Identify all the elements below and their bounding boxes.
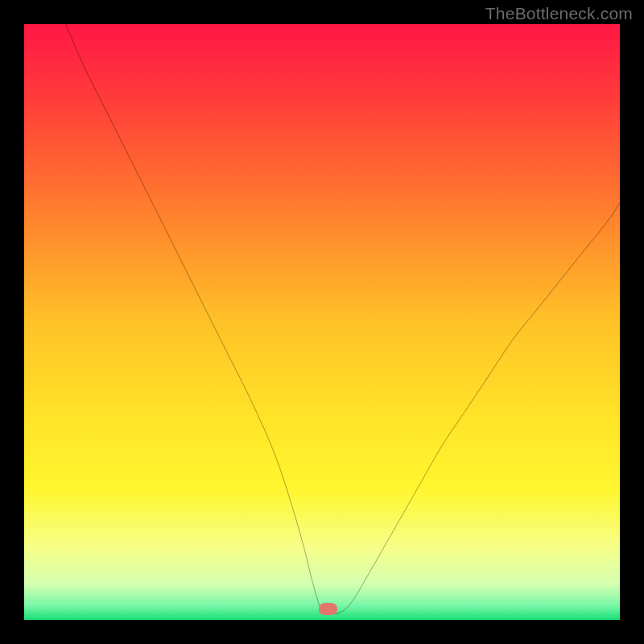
curve-path [66,24,620,613]
bottleneck-curve [24,24,620,620]
plot-area [24,24,620,620]
optimal-marker [319,603,338,615]
watermark-text: TheBottleneck.com [485,4,633,23]
chart-frame: TheBottleneck.com [0,0,644,644]
